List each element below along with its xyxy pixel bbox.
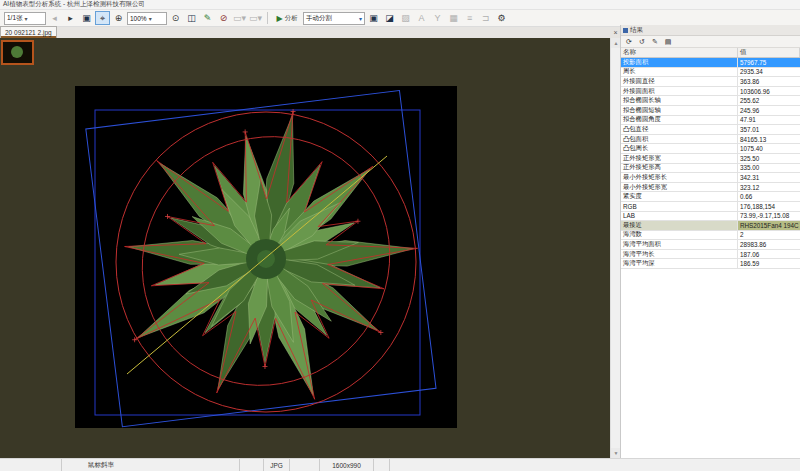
grid-button[interactable]: ▦: [446, 11, 461, 25]
font-button[interactable]: A: [414, 11, 429, 25]
chevron-up-icon: ▲: [614, 40, 619, 46]
table-row[interactable]: 正外接矩形高335.00: [621, 164, 800, 174]
swap-view-button[interactable]: ◫: [184, 11, 199, 25]
settings-button[interactable]: ⚙: [494, 11, 509, 25]
image-a-button[interactable]: ▣: [366, 11, 381, 25]
row-label: 拟合椭圆长轴: [621, 96, 738, 105]
panel-icon: [623, 28, 628, 33]
row-label: 海湾平均长: [621, 250, 738, 259]
results-panel-toolbar: ⟳ ↺ ✎ ▤: [621, 36, 800, 48]
table-row[interactable]: 海湾平均面积28983.86: [621, 240, 800, 250]
shape-tool-button-2[interactable]: ▭ ▾: [248, 11, 263, 25]
analyze-button[interactable]: ▶ 分析: [272, 11, 302, 25]
status-resolution-text: 1600x990: [332, 462, 361, 469]
undo-icon: ↺: [639, 38, 645, 46]
close-icon: ×: [613, 29, 617, 36]
thumbnail-selected[interactable]: [1, 40, 34, 65]
row-value: 187.06: [738, 250, 800, 259]
undo-button[interactable]: ↺: [637, 37, 647, 47]
table-row[interactable]: 最接近RHS2015Fan4 194C Yellow: [621, 221, 800, 231]
row-label: 最接近: [621, 221, 738, 230]
mode-select[interactable]: 手动分割 ▾: [303, 12, 365, 25]
chevron-down-icon: ▾: [25, 15, 28, 22]
status-format-text: JPG: [270, 462, 283, 469]
branch-icon: Y: [435, 13, 441, 23]
next-image-button[interactable]: ▸: [63, 11, 78, 25]
zoom-select[interactable]: 100% ▾: [127, 12, 167, 25]
file-tab[interactable]: 20 092121 2.jpg: [0, 26, 57, 38]
row-label: 正外接矩形高: [621, 164, 738, 173]
row-label: 凸包周长: [621, 144, 738, 153]
table-row[interactable]: 最小外接矩形宽323.12: [621, 183, 800, 193]
export-button[interactable]: ▤: [663, 37, 673, 47]
table-row[interactable]: 紧实度0.66: [621, 192, 800, 202]
table-row[interactable]: 正外接矩形宽325.50: [621, 154, 800, 164]
page-select[interactable]: 1/1张 ▾: [4, 12, 46, 25]
edit-button[interactable]: ✎: [200, 11, 215, 25]
edit-result-button[interactable]: ✎: [650, 37, 660, 47]
table-row[interactable]: 最小外接矩形长342.31: [621, 173, 800, 183]
image-canvas[interactable]: [0, 38, 610, 458]
swap-icon: ◫: [187, 13, 196, 23]
row-value: 342.31: [738, 173, 800, 182]
row-value: 323.12: [738, 183, 800, 192]
file-tab-label: 20 092121 2.jpg: [5, 29, 52, 36]
chevron-down-icon: ▾: [359, 15, 362, 22]
chevron-down-icon: ▼: [614, 450, 619, 456]
results-panel-title: 结果: [630, 26, 643, 35]
table-row[interactable]: 拟合椭圆长轴255.62: [621, 96, 800, 106]
branch-button[interactable]: Y: [430, 11, 445, 25]
row-label: 紧实度: [621, 192, 738, 201]
table-row[interactable]: 凸包周长1075.40: [621, 144, 800, 154]
row-value: 0.66: [738, 192, 800, 201]
table-row[interactable]: 凸包直径357.01: [621, 125, 800, 135]
table-row[interactable]: 凸包面积84165.13: [621, 135, 800, 145]
prev-image-button[interactable]: ◂: [47, 11, 62, 25]
chevron-down-icon: ▾: [149, 15, 152, 22]
row-value: 176,188,154: [738, 202, 800, 211]
row-label: RGB: [621, 202, 738, 211]
row-label: 周长: [621, 68, 738, 77]
edit-icon: ✎: [204, 13, 212, 23]
table-row[interactable]: 海湾数2: [621, 231, 800, 241]
status-bar: 鼠标斜率 JPG 1600x990: [0, 458, 800, 471]
list-button[interactable]: ≡: [462, 11, 477, 25]
toolbar-separator: [267, 12, 268, 24]
table-row[interactable]: 投影面积57967.75: [621, 58, 800, 68]
zoom-in-button[interactable]: ⊕: [111, 11, 126, 25]
column-header-value: 值: [738, 48, 800, 57]
canvas-scrollbar[interactable]: ▲ ▼: [610, 38, 620, 458]
row-label: 凸包面积: [621, 135, 738, 144]
zoom-fit-button[interactable]: ⊙: [168, 11, 183, 25]
table-row[interactable]: 海湾平均长187.06: [621, 250, 800, 260]
results-table-header: 名称 值: [621, 48, 800, 58]
table-row[interactable]: 外接圆面积103606.96: [621, 87, 800, 97]
image-mask-icon: ◪: [385, 13, 394, 23]
table-row[interactable]: 海湾平均深186.59: [621, 259, 800, 269]
dock-button[interactable]: ⊐: [478, 11, 493, 25]
shape-tool-button-1[interactable]: ▭ ▾: [232, 11, 247, 25]
refresh-button[interactable]: ⟳: [624, 37, 634, 47]
stop-button[interactable]: ⊘: [216, 11, 231, 25]
table-row[interactable]: RGB176,188,154: [621, 202, 800, 212]
gear-icon: ⚙: [498, 13, 506, 23]
table-row[interactable]: 周长2935.34: [621, 68, 800, 78]
table-row[interactable]: LAB73.99,-9.17,15.08: [621, 212, 800, 222]
chart-button[interactable]: ▨: [398, 11, 413, 25]
row-label: 正外接矩形宽: [621, 154, 738, 163]
table-row[interactable]: 拟合椭圆短轴245.96: [621, 106, 800, 116]
pan-tool-button[interactable]: ⌖: [95, 11, 110, 25]
zoom-in-icon: ⊕: [115, 13, 123, 23]
image-b-button[interactable]: ◪: [382, 11, 397, 25]
analyzed-image[interactable]: [75, 86, 457, 428]
capture-button[interactable]: ▣: [79, 11, 94, 25]
status-empty-5: [390, 459, 800, 471]
status-mouse-info-text: 鼠标斜率: [88, 461, 114, 470]
row-value: RHS2015Fan4 194C Yellow: [738, 221, 800, 230]
analyze-label: 分析: [285, 14, 298, 23]
mode-select-value: 手动分割: [306, 14, 332, 23]
table-row[interactable]: 拟合椭圆角度47.91: [621, 116, 800, 126]
row-label: 投影面积: [621, 58, 738, 67]
shape-icon: ▭: [233, 13, 242, 23]
table-row[interactable]: 外接圆直径363.86: [621, 77, 800, 87]
